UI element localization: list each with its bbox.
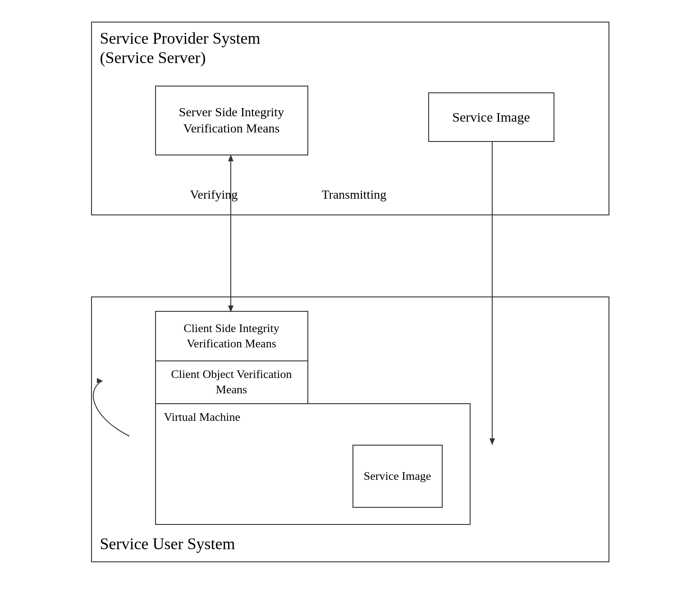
transmitting-label: Transmitting: [322, 187, 387, 202]
verifying-label: Verifying: [190, 187, 238, 202]
service-user-system: Service User System Client Side Integrit…: [91, 296, 609, 562]
client-integrity-box: Client Side Integrity Verification Means: [155, 311, 308, 360]
service-provider-system: Service Provider System (Service Server)…: [91, 22, 609, 215]
server-side-integrity-box: Server Side Integrity Verification Means: [155, 86, 308, 155]
virtual-machine-box: Virtual Machine Service Image: [155, 403, 471, 525]
service-provider-label: Service Provider System (Service Server): [100, 29, 261, 68]
service-user-label: Service User System: [100, 534, 235, 553]
service-image-top-box: Service Image: [428, 92, 554, 142]
arrow-section: [91, 215, 609, 296]
client-object-box: Client Object Verification Means: [155, 360, 308, 403]
diagram-container: Service Provider System (Service Server)…: [57, 22, 643, 585]
service-image-small-box: Service Image: [352, 445, 443, 508]
